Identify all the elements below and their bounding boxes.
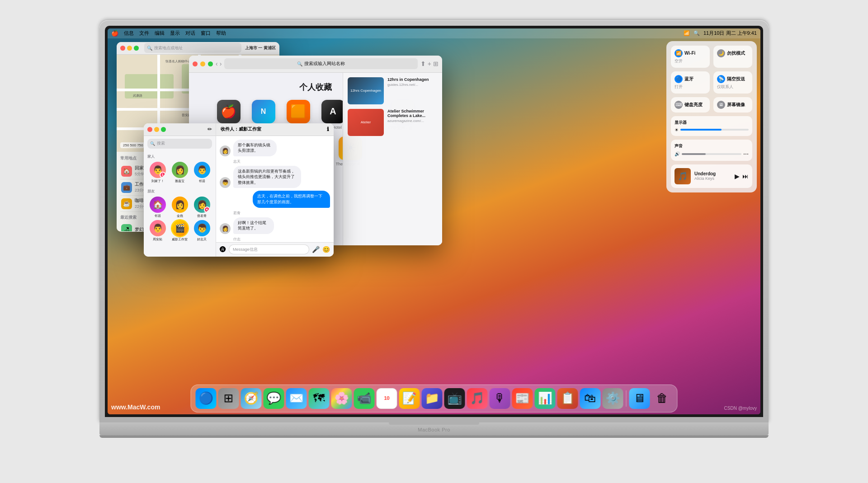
menubar-icon-search[interactable]: 🔍	[693, 30, 700, 36]
dock-screentime[interactable]: 🖥	[629, 388, 650, 409]
dock-photos[interactable]: 🌸	[331, 388, 352, 409]
messages-close[interactable]	[147, 127, 152, 132]
cc-bluetooth-status: 打开	[675, 84, 706, 90]
menu-messages[interactable]: 信息	[124, 30, 134, 37]
contact-avatar-5: 👩 ♥	[194, 197, 210, 213]
menu-conversation[interactable]: 对话	[185, 30, 195, 37]
safari-minimize[interactable]	[200, 61, 205, 66]
dock-trash[interactable]: 🗑	[652, 388, 673, 409]
messages-audio-icon[interactable]: 🎤	[312, 246, 320, 253]
maps-minimize[interactable]	[127, 46, 132, 51]
cc-bluetooth-tile[interactable]: 🔵 蓝牙 打开	[671, 71, 710, 94]
messages-maximize[interactable]	[161, 127, 166, 132]
dock-finder[interactable]: 🔵	[196, 388, 217, 409]
contact-item-3[interactable]: 🏠 邻居	[147, 197, 168, 218]
reading-item-1[interactable]: Atelier Atelier Schwimmer Completes a La…	[348, 109, 438, 136]
cc-mirror-tile[interactable]: 🖥 屏幕镜像	[713, 97, 752, 113]
messages-search-icon: 🔍	[150, 141, 155, 146]
apple-menu[interactable]: 🍎	[111, 30, 118, 37]
dock-appletv[interactable]: 📺	[444, 388, 465, 409]
watermark-url: www.MacW.com	[111, 403, 160, 411]
maps-search-bar[interactable]: 🔍 搜索地点或地址	[144, 43, 241, 53]
safari-addressbar[interactable]: 🔍 搜索或输入网站名称	[224, 58, 417, 69]
dock-keynote[interactable]: 📋	[557, 388, 578, 409]
messages-apps-icon[interactable]: 🅐	[220, 246, 226, 253]
dock-messages[interactable]: 💬	[264, 388, 284, 409]
screen: 🍎 信息 文件 编辑 显示 对话 窗口 帮助 📶 🔍 11月10日 周二 上午9…	[108, 28, 760, 414]
dock-files[interactable]: 📁	[422, 388, 443, 409]
cc-dnd-tile[interactable]: 🌙 勿扰模式	[713, 46, 752, 68]
dock-numbers[interactable]: 📊	[535, 388, 556, 409]
messages-emoji-icon[interactable]: 😊	[322, 246, 330, 253]
friends-section-title: 朋友	[146, 188, 214, 195]
messages-input-placeholder: Message信息	[233, 247, 258, 253]
maps-maximize[interactable]	[134, 46, 139, 51]
menu-view[interactable]: 显示	[170, 30, 180, 37]
contact-avatar-3: 🏠	[150, 197, 166, 213]
cc-music-play-icon[interactable]: ▶	[735, 173, 740, 180]
reading-url-1: azuremagazine.com/...	[387, 119, 438, 123]
safari-titlebar: ‹ › 🔍 搜索或输入网站名称 ⬆ + ⊞	[189, 56, 442, 73]
messages-search[interactable]: 🔍 搜索	[147, 139, 212, 149]
contact-item-7[interactable]: 🎬 威影工作室	[170, 220, 190, 242]
dock-mail[interactable]: ✉️	[286, 388, 307, 409]
dock-systemprefs[interactable]: ⚙️	[603, 388, 623, 409]
dock-podcasts[interactable]: 🎙	[490, 388, 510, 409]
safari-share-icon[interactable]: ⬆	[420, 60, 426, 67]
dock-calendar[interactable]: 10	[377, 388, 397, 409]
maps-item-home-icon: 🏠	[121, 166, 132, 177]
cc-keyboard-tile[interactable]: ⌨ 键盘亮度	[671, 97, 710, 113]
contact-name-2: 邻居	[199, 179, 205, 183]
maps-close[interactable]	[120, 46, 125, 51]
cc-airdrop-tile[interactable]: 📡 隔空投送 仅联系人	[713, 71, 752, 94]
menubar-icon-wifi[interactable]: 📶	[684, 30, 690, 36]
messages-chat-header: 收件人：威影工作室 ℹ	[216, 123, 334, 136]
cc-display-tile[interactable]: 显示器 ☀	[671, 116, 752, 136]
safari-sidebar-icon[interactable]: ⊞	[433, 60, 439, 67]
cc-sound-slider[interactable]: 🔊 ⋯	[675, 151, 749, 157]
reading-item-0[interactable]: 12hrs Copenhagen 12hrs in Copenhagen gui…	[348, 77, 438, 104]
contact-grid-family: 👨 1 到家了！ 👩 雅嘉宝	[146, 160, 214, 185]
dock-facetime[interactable]: 📹	[354, 388, 375, 409]
contact-item-4[interactable]: 👩 金燕	[170, 197, 190, 218]
menu-file[interactable]: 文件	[139, 30, 149, 37]
safari-new-tab-icon[interactable]: +	[428, 60, 431, 67]
safari-maximize[interactable]	[208, 61, 213, 66]
contact-item-2[interactable]: 👨 邻居	[192, 162, 212, 183]
contact-avatar-7: 🎬	[172, 220, 188, 236]
reading-info-0: 12hrs in Copenhagen guides.12hrs.net/...	[387, 77, 438, 104]
contact-item-0[interactable]: 👨 1 到家了！	[147, 162, 168, 183]
safari-forward-icon[interactable]: ›	[220, 60, 222, 67]
contact-avatar-1: 👩	[172, 162, 188, 178]
dock-launchpad[interactable]: ⊞	[218, 388, 239, 409]
safari-close[interactable]	[193, 61, 198, 66]
contact-item-6[interactable]: 👨 周安拓	[147, 220, 168, 242]
messages-compose-icon[interactable]: ✏	[208, 126, 212, 132]
cc-wifi-tile[interactable]: 📶 Wi-Fi 空开	[671, 46, 710, 68]
cc-sound-tile[interactable]: 声音 🔊 ⋯	[671, 140, 752, 161]
messages-minimize[interactable]	[154, 127, 159, 132]
cc-display-slider[interactable]: ☀	[675, 127, 749, 132]
cc-dnd-icon: 🌙	[717, 49, 725, 57]
cc-music-skip-icon[interactable]: ⏭	[742, 173, 749, 180]
contact-item-8[interactable]: 👦 好志天	[192, 220, 212, 242]
dock-maps[interactable]: 🗺	[309, 388, 330, 409]
msg-group-3: 若青 好啊！这个结尾简直绝了。	[233, 211, 291, 234]
dock-music[interactable]: 🎵	[467, 388, 488, 409]
dock-news[interactable]: 📰	[512, 388, 533, 409]
menu-help[interactable]: 帮助	[216, 30, 226, 37]
contact-item-1[interactable]: 👩 雅嘉宝	[170, 162, 190, 183]
cc-sound-more-icon[interactable]: ⋯	[743, 151, 749, 157]
cc-music-tile[interactable]: 🎵 Underdog Alicia Keys ▶ ⏭	[671, 164, 752, 188]
dock-safari[interactable]: 🧭	[241, 388, 262, 409]
dock-appstore[interactable]: 🛍	[580, 388, 601, 409]
menu-window[interactable]: 窗口	[201, 30, 211, 37]
contact-item-5[interactable]: 👩 ♥ 曾若青	[192, 197, 212, 218]
messages-search-placeholder: 搜索	[157, 141, 165, 146]
maps-item-work-icon: 💼	[121, 182, 132, 193]
messages-input-field[interactable]: Message信息	[229, 244, 309, 254]
menu-edit[interactable]: 编辑	[155, 30, 165, 37]
dock-notes[interactable]: 📝	[399, 388, 420, 409]
chat-info-icon[interactable]: ℹ	[327, 126, 329, 132]
safari-back-icon[interactable]: ‹	[216, 60, 218, 67]
